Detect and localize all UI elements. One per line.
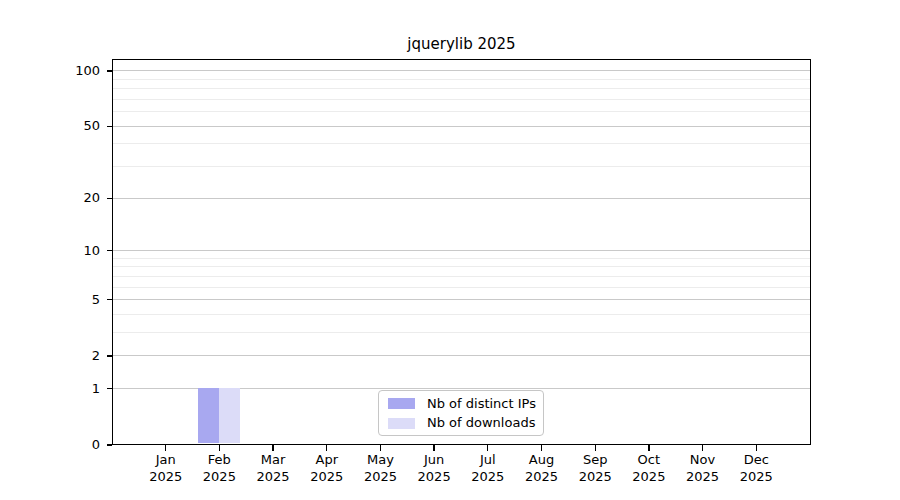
legend-item: Nb of distinct IPs: [388, 394, 543, 414]
x-tick-label: Dec 2025: [726, 452, 786, 485]
x-tick: [326, 445, 327, 451]
y-tick-label: 10: [0, 243, 100, 259]
legend: Nb of distinct IPsNb of downloads: [378, 390, 544, 436]
x-tick-label: Oct 2025: [619, 452, 679, 485]
gridline-major: [113, 198, 810, 199]
y-tick-label: 100: [0, 63, 100, 79]
x-tick-label: Jun 2025: [404, 452, 464, 485]
gridline-minor: [113, 287, 810, 288]
gridline-minor: [113, 111, 810, 112]
x-tick: [219, 445, 220, 451]
gridline-major: [113, 70, 810, 71]
legend-swatch: [388, 398, 415, 409]
x-tick-label: Aug 2025: [511, 452, 571, 485]
gridline-major: [113, 355, 810, 356]
x-tick-label: Mar 2025: [243, 452, 303, 485]
x-tick-label: May 2025: [350, 452, 410, 485]
y-tick-label: 20: [0, 190, 100, 206]
x-tick: [756, 445, 757, 451]
gridline-minor: [113, 79, 810, 80]
y-tick: [107, 388, 113, 389]
plot-area: [112, 59, 811, 445]
figure: jquerylib 2025 Nb of distinct IPsNb of d…: [0, 0, 900, 500]
y-tick: [107, 355, 113, 356]
gridline-minor: [113, 276, 810, 277]
gridline-minor: [113, 258, 810, 259]
bar-downloads: [219, 388, 240, 443]
x-tick-label: Apr 2025: [297, 452, 357, 485]
y-tick: [107, 198, 113, 199]
y-tick: [107, 70, 113, 71]
y-tick-label: 0: [0, 437, 100, 453]
y-tick-label: 5: [0, 292, 100, 308]
x-tick: [487, 445, 488, 451]
x-tick: [702, 445, 703, 451]
x-tick-label: Jan 2025: [136, 452, 196, 485]
y-tick: [107, 250, 113, 251]
y-tick-label: 2: [0, 348, 100, 364]
gridline-minor: [113, 266, 810, 267]
x-tick-label: Jul 2025: [458, 452, 518, 485]
gridline-major: [113, 299, 810, 300]
gridline-minor: [113, 88, 810, 89]
gridline-minor: [113, 166, 810, 167]
x-tick: [380, 445, 381, 451]
gridline-minor: [113, 314, 810, 315]
legend-label: Nb of downloads: [427, 415, 535, 431]
gridline-major: [113, 250, 810, 251]
x-tick: [165, 445, 166, 451]
chart-title: jquerylib 2025: [112, 35, 811, 53]
y-tick: [107, 299, 113, 300]
x-tick: [433, 445, 434, 451]
x-tick: [595, 445, 596, 451]
gridline-minor: [113, 332, 810, 333]
legend-label: Nb of distinct IPs: [427, 396, 536, 412]
y-tick: [107, 444, 113, 445]
legend-item: Nb of downloads: [388, 414, 543, 434]
x-tick-label: Sep 2025: [565, 452, 625, 485]
x-tick: [648, 445, 649, 451]
y-tick-label: 1: [0, 381, 100, 397]
x-tick: [541, 445, 542, 451]
x-tick: [272, 445, 273, 451]
legend-swatch: [388, 418, 415, 429]
y-tick-label: 50: [0, 118, 100, 134]
x-tick-label: Nov 2025: [673, 452, 733, 485]
bar-distinct-ips: [198, 388, 219, 443]
y-tick: [107, 126, 113, 127]
x-tick-label: Feb 2025: [189, 452, 249, 485]
gridline-minor: [113, 143, 810, 144]
gridline-minor: [113, 99, 810, 100]
gridline-major: [113, 126, 810, 127]
